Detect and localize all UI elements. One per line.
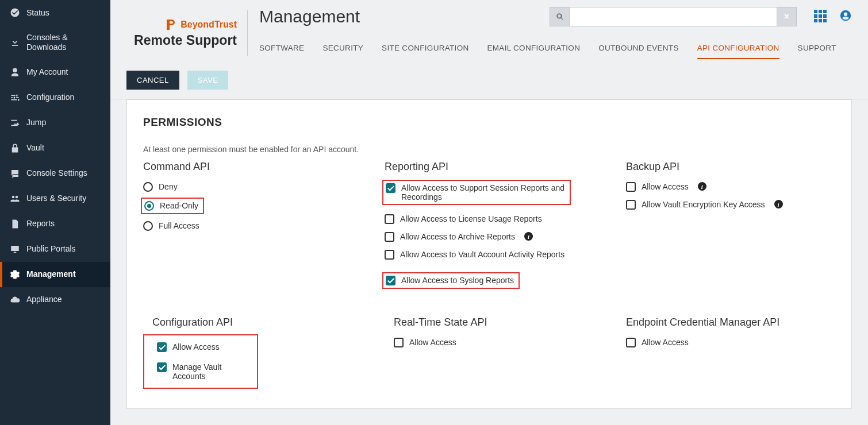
- sidebar-item-label: Consoles & Downloads: [26, 33, 102, 52]
- option-label: Full Access: [159, 221, 199, 230]
- section-title: Endpoint Credential Manager API: [626, 316, 835, 329]
- checkbox-icon: [385, 232, 394, 242]
- check-config-allow[interactable]: Allow Access: [157, 342, 252, 352]
- check-ecm-allow[interactable]: Allow Access: [626, 338, 835, 347]
- check-manage-vault[interactable]: Manage Vault Accounts: [157, 362, 252, 381]
- sidebar: Status Consoles & Downloads My Account C…: [0, 0, 110, 425]
- users-icon: [8, 194, 22, 204]
- tab-security[interactable]: SECURITY: [322, 44, 363, 59]
- option-label: Deny: [159, 182, 178, 191]
- sidebar-item-users-security[interactable]: Users & Security: [0, 186, 110, 211]
- info-icon[interactable]: i: [698, 182, 706, 191]
- close-icon: ×: [784, 11, 789, 22]
- tab-software[interactable]: SOFTWARE: [259, 44, 304, 59]
- option-label: Allow Access: [409, 338, 456, 347]
- download-icon: [8, 37, 22, 48]
- check-vault-encryption[interactable]: Allow Vault Encryption Key Access i: [626, 200, 835, 210]
- checkbox-icon: [157, 362, 167, 372]
- radio-deny[interactable]: Deny: [143, 182, 385, 192]
- checkbox-icon: [157, 342, 167, 352]
- beyondtrust-logo-icon: [163, 18, 177, 32]
- check-support-session-reports[interactable]: Allow Access to Support Session Reports …: [386, 183, 565, 202]
- check-backup-allow[interactable]: Allow Access i: [626, 182, 835, 192]
- info-icon[interactable]: i: [524, 232, 533, 241]
- sidebar-item-vault[interactable]: Vault: [0, 136, 110, 161]
- sidebar-item-reports[interactable]: Reports: [0, 211, 110, 237]
- checkbox-icon: [386, 276, 395, 285]
- option-label: Allow Access to Syslog Reports: [401, 276, 514, 285]
- option-label: Allow Access: [642, 338, 689, 347]
- sidebar-item-label: Public Portals: [26, 244, 76, 254]
- info-icon[interactable]: i: [774, 200, 783, 208]
- radio-full-access[interactable]: Full Access: [143, 221, 385, 231]
- apps-grid-icon[interactable]: [814, 10, 828, 24]
- sidebar-item-console-settings[interactable]: Console Settings: [0, 161, 110, 186]
- checkbox-icon: [394, 338, 404, 347]
- tab-site-configuration[interactable]: SITE CONFIGURATION: [382, 44, 468, 59]
- sidebar-item-public-portals[interactable]: Public Portals: [0, 237, 110, 262]
- tab-outbound-events[interactable]: OUTBOUND EVENTS: [598, 44, 679, 59]
- option-label: Allow Vault Encryption Key Access: [642, 200, 765, 209]
- tab-api-configuration[interactable]: API CONFIGURATION: [697, 44, 779, 59]
- sidebar-item-appliance[interactable]: Appliance: [0, 287, 110, 312]
- sidebar-item-label: Status: [26, 8, 49, 18]
- user-menu-icon[interactable]: [839, 9, 852, 24]
- search-button[interactable]: [550, 7, 569, 26]
- checkbox-icon: [386, 183, 395, 193]
- radio-read-only[interactable]: Read-Only: [144, 201, 198, 211]
- checkbox-icon: [626, 200, 636, 210]
- section-title: Command API: [143, 161, 385, 173]
- check-archive-reports[interactable]: Allow Access to Archive Reports i: [385, 232, 626, 242]
- monitor-icon: [8, 244, 22, 254]
- check-syslog-reports[interactable]: Allow Access to Syslog Reports: [386, 276, 514, 285]
- sidebar-item-label: Users & Security: [26, 194, 86, 203]
- sidebar-item-configuration[interactable]: Configuration: [0, 85, 110, 110]
- sidebar-item-label: Vault: [26, 143, 44, 153]
- save-button[interactable]: SAVE: [187, 71, 229, 90]
- section-title: Backup API: [626, 161, 835, 173]
- command-api-section: Command API Deny Read-Only Full Access: [143, 161, 385, 288]
- option-label: Manage Vault Accounts: [172, 362, 252, 381]
- sidebar-item-jump[interactable]: Jump: [0, 110, 110, 136]
- check-license-usage[interactable]: Allow Access to License Usage Reports: [385, 214, 626, 224]
- cloud-icon: [8, 295, 22, 305]
- check-circle-icon: [8, 7, 22, 18]
- realtime-api-section: Real-Time State API Allow Access: [385, 316, 626, 385]
- sidebar-item-myaccount[interactable]: My Account: [0, 60, 110, 85]
- check-vault-activity[interactable]: Allow Access to Vault Account Activity R…: [385, 250, 626, 260]
- action-bar: CANCEL SAVE: [110, 59, 868, 99]
- search-clear-button[interactable]: ×: [777, 7, 797, 26]
- cancel-button[interactable]: CANCEL: [126, 71, 179, 90]
- check-realtime-allow[interactable]: Allow Access: [394, 338, 626, 347]
- radio-icon: [143, 221, 153, 231]
- panel-title: PERMISSIONS: [143, 116, 835, 129]
- panel-help: At least one permission must be enabled …: [143, 145, 835, 154]
- brand-logo: BeyondTrust: [126, 18, 237, 32]
- tab-support[interactable]: SUPPORT: [798, 44, 836, 59]
- search-group: ×: [550, 7, 797, 26]
- sidebar-item-consoles[interactable]: Consoles & Downloads: [0, 25, 110, 60]
- reporting-api-section: Reporting API Allow Access to Support Se…: [385, 161, 626, 288]
- sidebar-item-label: Console Settings: [26, 168, 87, 178]
- sliders-icon: [8, 92, 22, 103]
- gear-icon: [8, 269, 22, 280]
- option-label: Allow Access: [642, 182, 689, 191]
- search-icon: [556, 13, 564, 21]
- page-title: Management: [259, 7, 550, 26]
- option-label: Allow Access to Archive Reports: [400, 232, 515, 241]
- checkbox-icon: [385, 250, 394, 260]
- tabs: SOFTWARE SECURITY SITE CONFIGURATION EMA…: [259, 44, 852, 59]
- brand-name: BeyondTrust: [180, 20, 237, 30]
- backup-api-section: Backup API Allow Access i Allow Vault En…: [626, 161, 835, 288]
- radio-icon: [143, 182, 153, 192]
- option-label: Allow Access to Vault Account Activity R…: [400, 250, 564, 259]
- brand-product: Remote Support: [126, 33, 237, 48]
- sidebar-item-management[interactable]: Management: [0, 262, 110, 287]
- main: BeyondTrust Remote Support Management × …: [110, 0, 868, 425]
- search-input[interactable]: [569, 7, 777, 26]
- report-icon: [8, 219, 22, 229]
- option-label: Read-Only: [160, 201, 198, 210]
- tab-email-configuration[interactable]: EMAIL CONFIGURATION: [487, 44, 580, 59]
- sidebar-item-status[interactable]: Status: [0, 0, 110, 25]
- topbar: BeyondTrust Remote Support Management × …: [110, 0, 868, 59]
